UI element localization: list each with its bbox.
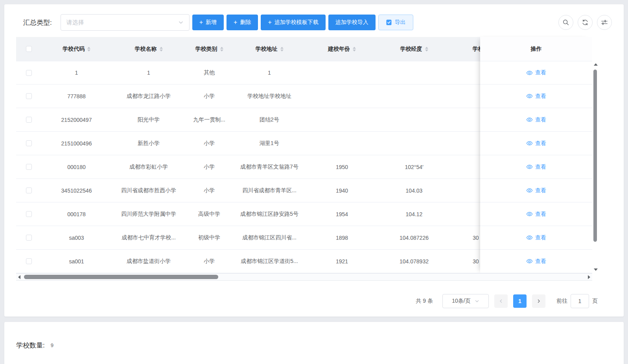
scroll-left-arrow-icon[interactable] bbox=[18, 275, 20, 279]
table-row[interactable]: sa003 成都市七中育才学校... 初级中学 成都市锦江区四川省... 189… bbox=[16, 226, 480, 250]
summary-type-select[interactable]: 请选择 bbox=[61, 14, 190, 31]
cell-school-type: 小学 bbox=[186, 258, 233, 265]
scroll-right-arrow-icon[interactable] bbox=[588, 275, 590, 279]
page-size-select[interactable]: 10条/页 bbox=[442, 294, 489, 308]
next-page-button[interactable] bbox=[532, 294, 545, 308]
row-checkbox[interactable] bbox=[26, 93, 32, 99]
add-button[interactable]: + 新增 bbox=[192, 15, 224, 30]
refresh-icon[interactable] bbox=[578, 15, 593, 30]
table-row[interactable]: 2152000497 阳光中学 九年一贯制... 团结2号 bbox=[16, 108, 480, 132]
cell-school-address: 团结2号 bbox=[233, 116, 306, 123]
horizontal-scrollbar-thumb[interactable] bbox=[24, 275, 218, 279]
scroll-up-arrow-icon[interactable] bbox=[594, 63, 598, 66]
row-checkbox[interactable] bbox=[26, 235, 32, 241]
view-link[interactable]: 查看 bbox=[526, 187, 546, 194]
column-header-founding-year[interactable]: 建校年份 bbox=[306, 46, 378, 53]
action-row: 查看 bbox=[480, 85, 592, 108]
row-checkbox[interactable] bbox=[26, 258, 32, 264]
cell-school-code: 2152000497 bbox=[41, 117, 112, 123]
column-header-latitude[interactable]: 学校纬度 bbox=[450, 46, 480, 53]
row-checkbox[interactable] bbox=[26, 117, 32, 123]
cell-longitude: 104.12 bbox=[378, 211, 450, 217]
chevron-down-icon bbox=[475, 299, 479, 303]
chevron-left-icon bbox=[499, 299, 503, 303]
row-checkbox[interactable] bbox=[26, 188, 32, 193]
column-header-actions: 操作 bbox=[480, 37, 592, 61]
view-link[interactable]: 查看 bbox=[526, 93, 546, 100]
table-row[interactable]: 2151000496 新胜小学 小学 湖里1号 bbox=[16, 132, 480, 155]
cell-school-name: 四川省成都市胜西小学 bbox=[112, 187, 186, 194]
row-checkbox-cell bbox=[16, 140, 41, 146]
prev-page-button[interactable] bbox=[494, 294, 508, 308]
view-link[interactable]: 查看 bbox=[526, 116, 546, 123]
cell-school-name: 新胜小学 bbox=[112, 140, 186, 147]
eye-icon bbox=[526, 70, 533, 76]
cell-school-address: 成都市青羊区文翁路7号 bbox=[233, 164, 306, 171]
column-settings-icon[interactable] bbox=[597, 15, 612, 30]
row-checkbox[interactable] bbox=[26, 211, 32, 217]
column-header-school-type[interactable]: 学校类别 bbox=[186, 46, 233, 53]
row-checkbox[interactable] bbox=[26, 164, 32, 170]
template-download-button[interactable]: + 追加学校模板下载 bbox=[261, 15, 325, 30]
table-row[interactable]: 000178 四川师范大学附属中学 高级中学 成都市锦江区静安路5号 1954 … bbox=[16, 202, 480, 226]
pagination: 共 9 条 10条/页 1 前往 页 bbox=[16, 294, 598, 308]
action-row: 查看 bbox=[480, 61, 592, 85]
action-row: 查看 bbox=[480, 250, 592, 273]
row-checkbox[interactable] bbox=[26, 140, 32, 146]
column-header-school-code[interactable]: 学校代码 bbox=[41, 46, 112, 53]
action-row: 查看 bbox=[480, 226, 592, 250]
sort-icon[interactable] bbox=[160, 47, 163, 51]
view-link[interactable]: 查看 bbox=[526, 140, 546, 147]
search-icon[interactable] bbox=[558, 15, 573, 30]
cell-school-name: 阳光中学 bbox=[112, 116, 186, 123]
cell-longitude: 104.087226 bbox=[378, 235, 450, 241]
sort-icon[interactable] bbox=[280, 47, 284, 51]
view-link[interactable]: 查看 bbox=[526, 234, 546, 241]
row-checkbox[interactable] bbox=[26, 70, 32, 76]
view-link[interactable]: 查看 bbox=[526, 69, 546, 76]
view-link[interactable]: 查看 bbox=[526, 258, 546, 265]
table-row[interactable]: 000180 成都市彩虹小学 小学 成都市青羊区文翁路7号 1950 102°5… bbox=[16, 155, 480, 179]
select-all-checkbox[interactable] bbox=[26, 46, 32, 52]
eye-icon bbox=[526, 140, 533, 147]
cell-school-address: 1 bbox=[233, 70, 306, 76]
view-link[interactable]: 查看 bbox=[526, 164, 546, 171]
cell-school-code: 2151000496 bbox=[41, 140, 112, 147]
vertical-scrollbar-thumb[interactable] bbox=[593, 70, 597, 242]
table-row[interactable]: 3451022546 四川省成都市胜西小学 小学 四川省成都市青羊区... 19… bbox=[16, 179, 480, 202]
goto-page-input[interactable] bbox=[571, 294, 589, 308]
export-button[interactable]: 导出 bbox=[378, 15, 413, 30]
view-link[interactable]: 查看 bbox=[526, 211, 546, 218]
delete-button[interactable]: + 删除 bbox=[227, 15, 258, 30]
row-checkbox-cell bbox=[16, 235, 41, 241]
sort-icon[interactable] bbox=[353, 47, 356, 51]
column-header-school-address[interactable]: 学校地址 bbox=[233, 46, 306, 53]
scroll-down-arrow-icon[interactable] bbox=[594, 268, 598, 271]
cell-school-address: 成都市锦江区四川省... bbox=[233, 234, 306, 241]
eye-icon bbox=[526, 164, 533, 170]
table-row[interactable]: sa001 成都市盐道街小学 小学 成都市锦江区学道街5... 1921 104… bbox=[16, 250, 480, 273]
view-link-label: 查看 bbox=[535, 116, 546, 123]
vertical-scrollbar[interactable] bbox=[592, 61, 599, 273]
select-all-cell bbox=[16, 46, 41, 52]
cell-school-name: 成都市彩虹小学 bbox=[112, 164, 186, 171]
action-row: 查看 bbox=[480, 155, 592, 179]
cell-school-code: sa001 bbox=[41, 258, 112, 265]
sort-icon[interactable] bbox=[87, 47, 90, 51]
view-link-label: 查看 bbox=[535, 258, 546, 265]
goto-page: 前往 页 bbox=[556, 294, 598, 308]
column-header-school-name[interactable]: 学校名称 bbox=[112, 46, 186, 53]
column-header-longitude[interactable]: 学校经度 bbox=[378, 46, 450, 53]
row-checkbox-cell bbox=[16, 258, 41, 264]
table-row[interactable]: 1 1 其他 1 bbox=[16, 61, 480, 85]
eye-icon bbox=[526, 187, 533, 194]
fixed-column-body: 查看 查看 查看 bbox=[480, 61, 592, 273]
page-number-1[interactable]: 1 bbox=[513, 294, 527, 308]
sort-icon[interactable] bbox=[425, 47, 428, 51]
table-row[interactable]: 777888 成都市龙江路小学 小学 学校地址学校地址 bbox=[16, 85, 480, 108]
import-button[interactable]: 追加学校导入 bbox=[328, 15, 376, 30]
horizontal-scrollbar[interactable] bbox=[16, 273, 592, 281]
cell-school-type: 小学 bbox=[186, 140, 233, 147]
cell-school-type: 小学 bbox=[186, 93, 233, 100]
sort-icon[interactable] bbox=[220, 47, 223, 51]
